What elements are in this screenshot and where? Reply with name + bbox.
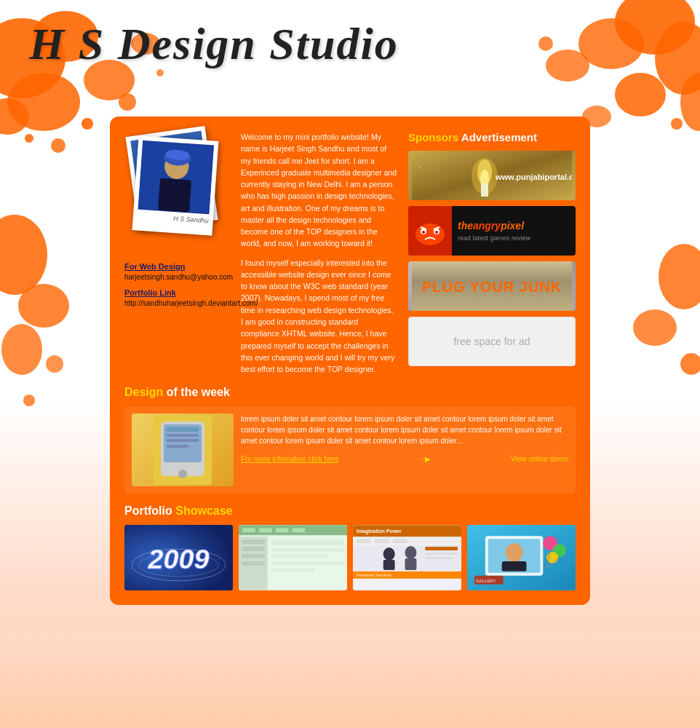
svg-text:PLUG YOUR JUNK: PLUG YOUR JUNK — [422, 279, 562, 295]
svg-point-95 — [405, 546, 417, 559]
svg-rect-79 — [271, 561, 343, 565]
email-text: harjeetsingh.sandhu@yahoo.com — [124, 272, 230, 282]
design-thumbnail — [132, 414, 234, 486]
svg-point-109 — [546, 552, 558, 563]
svg-rect-61 — [167, 434, 199, 437]
contact-info: For Web Design harjeetsingh.sandhu@yahoo… — [124, 262, 230, 309]
svg-text:www.punjabiportal.com: www.punjabiportal.com — [495, 173, 572, 181]
svg-rect-96 — [405, 558, 417, 570]
svg-point-105 — [506, 543, 523, 562]
svg-rect-99 — [425, 557, 454, 559]
svg-point-52 — [435, 231, 438, 234]
svg-text:.: . — [419, 163, 421, 170]
portfolio-link[interactable]: Portfolio Link — [124, 288, 230, 297]
design-week-title: Design of the week — [124, 386, 576, 399]
svg-rect-94 — [383, 560, 395, 570]
svg-point-51 — [422, 231, 425, 234]
svg-rect-77 — [271, 548, 343, 552]
design-links: For more infomation click here ···▶ View… — [241, 454, 568, 464]
sponsors-header: Sponsors Advertisement — [408, 131, 576, 143]
ad-punjabi[interactable]: . www.punjabiportal.com — [408, 151, 576, 200]
svg-rect-74 — [293, 529, 306, 533]
portfolio-section: Portfolio Showcase — [124, 505, 576, 590]
angry-pixel-title: theangrypixel — [458, 220, 570, 232]
svg-rect-81 — [242, 539, 265, 544]
main-container: H S Sandhu For Web Design harjeetsingh.s… — [110, 116, 590, 605]
svg-rect-106 — [502, 561, 527, 571]
portfolio-item-1[interactable]: 2009 — [124, 525, 233, 590]
web-design-link[interactable]: For Web Design — [124, 262, 230, 271]
freespace-label: free space for ad — [453, 336, 530, 347]
angry-pixel-text: theangrypixel read latest games review — [452, 206, 576, 256]
svg-point-48 — [415, 223, 445, 245]
svg-rect-89 — [357, 539, 371, 543]
svg-rect-63 — [167, 445, 188, 448]
svg-text:Imagination Power: Imagination Power — [357, 529, 402, 535]
portfolio-grid: 2009 — [124, 525, 576, 590]
design-desc-text: lorem ipsum doler sit amet contour lorem… — [241, 414, 568, 446]
portfolio-showcase: Showcase — [175, 505, 232, 517]
header: H S Design Studio — [7, 7, 693, 116]
photo-front: H S Sandhu — [132, 135, 219, 235]
photo-front-image — [138, 141, 214, 215]
photo-label-front: H S Sandhu — [138, 212, 209, 224]
svg-rect-80 — [271, 569, 315, 572]
svg-point-64 — [178, 470, 187, 478]
portfolio-title: Portfolio Showcase — [124, 505, 576, 518]
design-description: lorem ipsum doler sit amet contour lorem… — [241, 414, 568, 486]
svg-rect-37 — [158, 178, 191, 212]
svg-rect-84 — [242, 561, 265, 566]
svg-rect-62 — [167, 439, 199, 442]
svg-rect-44 — [481, 183, 488, 197]
svg-rect-90 — [375, 539, 389, 543]
portfolio-item-2[interactable] — [239, 525, 347, 590]
sponsors-column: Sponsors Advertisement — [408, 131, 576, 375]
svg-rect-97 — [425, 547, 458, 550]
svg-text:Featured Services: Featured Services — [357, 573, 391, 577]
svg-rect-71 — [242, 529, 255, 533]
about-intro: Welcome to my mini portfolio website! My… — [241, 131, 397, 250]
sponsors-highlight: Sponsors — [408, 131, 458, 143]
svg-rect-91 — [393, 539, 407, 543]
portfolio-highlight: Portfolio — [124, 505, 172, 517]
svg-rect-98 — [425, 553, 458, 555]
photo-stack: H S Sandhu — [124, 131, 226, 248]
site-title: H S Design Studio — [29, 18, 678, 70]
svg-text:GALLERY: GALLERY — [476, 579, 496, 583]
svg-rect-73 — [276, 529, 289, 533]
more-info-link[interactable]: For more infomation click here — [241, 454, 339, 464]
svg-rect-83 — [242, 554, 265, 558]
portfolio-item-4[interactable]: GALLERY — [467, 525, 576, 590]
demo-arrow: ···▶ — [419, 454, 431, 464]
angry-pixel-icon — [408, 206, 452, 256]
design-week-of: of the week — [167, 386, 230, 398]
ad-plugjunk[interactable]: PLUG YOUR JUNK — [408, 261, 576, 311]
svg-rect-60 — [167, 427, 199, 432]
svg-rect-82 — [242, 547, 265, 551]
ad-freespace[interactable]: free space for ad — [408, 317, 576, 366]
svg-point-93 — [383, 547, 395, 561]
design-week-section: Design of the week — [124, 386, 576, 494]
portfolio-item-3[interactable]: Imagination Power — [353, 525, 461, 590]
design-week-content: lorem ipsum doler sit amet contour lorem… — [124, 406, 576, 494]
portfolio-url: http://sandhuharjeetsingh.deviantart.com… — [124, 298, 230, 309]
about-body: I found myself especially interested int… — [241, 257, 397, 376]
angry-pixel-subtitle: read latest games review — [458, 234, 570, 242]
svg-rect-76 — [271, 539, 343, 545]
svg-rect-78 — [271, 554, 329, 558]
design-highlight: Design — [124, 386, 163, 398]
view-demo-link[interactable]: View online demo — [511, 454, 568, 464]
profile-column: H S Sandhu For Web Design harjeetsingh.s… — [124, 131, 230, 375]
sponsors-title: Advertisement — [461, 131, 537, 143]
about-text: Welcome to my mini portfolio website! My… — [241, 131, 397, 375]
ad-angrypixel[interactable]: theangrypixel read latest games review — [408, 206, 576, 256]
svg-rect-72 — [259, 529, 272, 533]
svg-text:2009: 2009 — [148, 544, 210, 574]
